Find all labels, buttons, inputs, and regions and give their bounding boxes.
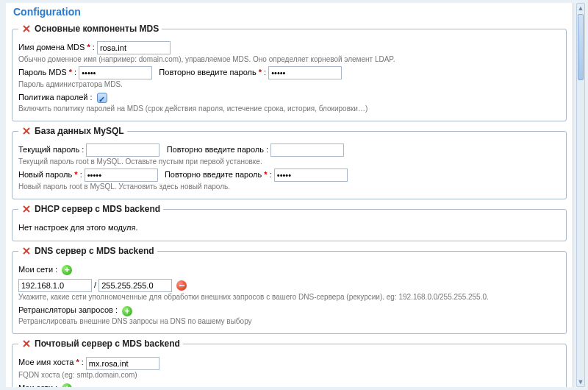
section-dhcp: DHCP сервер с MDS backend Нет настроек д…	[12, 204, 567, 241]
required-mark: *	[76, 358, 79, 366]
mds-pass-label: Пароль MDS	[18, 68, 67, 77]
mysql-new2-input[interactable]	[274, 169, 348, 182]
legend-dhcp: DHCP сервер с MDS backend	[18, 204, 163, 214]
mail-nets-label: Мои сети :	[18, 383, 57, 387]
mail-host-help: FQDN хоста (eg: smtp.domain.com)	[18, 371, 560, 379]
mds-domain-input[interactable]	[97, 41, 171, 54]
section-mysql: База данных MySQL Текущий пароль : Повто…	[12, 126, 567, 199]
mail-host-input[interactable]	[86, 357, 159, 370]
mds-domain-help: Обычно доменное имя (например: domain.co…	[18, 55, 560, 63]
mysql-new2-label: Повторно введите пароль	[165, 170, 262, 179]
mds-pass-help: Пароль администратора MDS.	[18, 80, 560, 88]
mds-policy-checkbox[interactable]	[97, 93, 107, 103]
legend-mail: Почтовый сервер с MDS backend	[18, 338, 183, 349]
page-title: Configuration	[12, 3, 567, 19]
legend-label: Основные компоненты MDS	[35, 24, 159, 34]
required-mark: *	[87, 43, 90, 52]
close-icon[interactable]	[21, 204, 32, 214]
mail-host-label: Мое имя хоста	[18, 358, 74, 366]
mds-pass2-input[interactable]	[268, 66, 342, 79]
remove-icon[interactable]: −	[176, 280, 187, 291]
legend-label: DNS сервер с MDS backend	[35, 246, 154, 256]
mysql-cur2-input[interactable]	[270, 143, 344, 157]
section-mail: Почтовый сервер с MDS backend Мое имя хо…	[12, 338, 567, 387]
section-mds-core: Основные компоненты MDS Имя домена MDS *…	[12, 24, 567, 121]
legend-dns: DNS сервер с MDS backend	[18, 246, 157, 256]
mysql-new-help: Новый пароль root в MySQL. Установить зд…	[18, 182, 560, 191]
dns-nets-help: Укажите, какие сети уполномоченные для о…	[18, 293, 560, 301]
scroll-up-icon[interactable]: ▲	[577, 4, 584, 13]
mysql-new-input[interactable]	[85, 169, 158, 182]
close-icon[interactable]	[21, 338, 32, 349]
scroll-thumb[interactable]	[578, 14, 584, 80]
legend-label: Почтовый сервер с MDS backend	[35, 338, 180, 349]
mysql-cur-help: Текущий пароль root в MySQL. Оставьте пу…	[18, 157, 560, 166]
required-mark: *	[74, 170, 77, 179]
mysql-new-label: Новый пароль	[18, 170, 72, 179]
vertical-scrollbar[interactable]: ▲ ▼	[576, 3, 585, 387]
add-icon[interactable]: +	[62, 383, 72, 387]
required-mark: *	[259, 68, 262, 77]
dns-net-ip-input[interactable]	[18, 279, 92, 292]
mds-pass2-label: Повторно введите пароль	[159, 68, 256, 77]
dns-nets-label: Мои сети :	[18, 265, 57, 274]
mds-policy-label: Политика паролей :	[18, 93, 93, 102]
dns-relay-label: Ретрансляторы запросов :	[18, 305, 118, 314]
scroll-down-icon[interactable]: ▼	[577, 377, 584, 386]
add-icon[interactable]: +	[62, 265, 72, 275]
mysql-cur2-label: Повторно введите пароль :	[167, 145, 268, 154]
close-icon[interactable]	[21, 24, 32, 34]
mds-pass-input[interactable]	[79, 66, 152, 79]
close-icon[interactable]	[21, 126, 32, 136]
required-mark: *	[264, 170, 267, 179]
dhcp-message: Нет настроек для этого модуля.	[18, 221, 560, 234]
legend-label: DHCP сервер с MDS backend	[35, 204, 160, 214]
mysql-cur-input[interactable]	[86, 143, 159, 157]
dns-relay-help: Ретранслировать внешние DNS запросы на D…	[18, 317, 560, 325]
legend-label: База данных MySQL	[35, 126, 124, 136]
required-mark: *	[69, 68, 72, 77]
section-dns: DNS сервер с MDS backend Мои сети : + / …	[12, 246, 567, 334]
legend-mysql: База данных MySQL	[18, 126, 127, 136]
close-icon[interactable]	[21, 246, 32, 256]
add-icon[interactable]: +	[122, 306, 132, 316]
mds-domain-label: Имя домена MDS	[18, 43, 85, 52]
legend-mds-core: Основные компоненты MDS	[18, 24, 162, 34]
dns-net-mask-input[interactable]	[98, 279, 172, 292]
mysql-cur-label: Текущий пароль :	[18, 145, 84, 154]
